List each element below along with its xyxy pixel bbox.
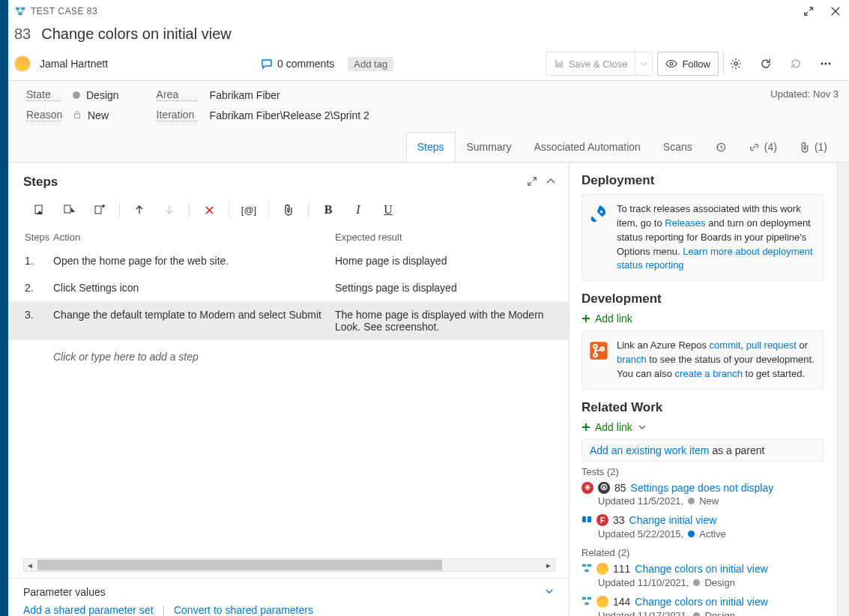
accent-bar — [0, 0, 8, 616]
parameter-values-header[interactable]: Parameter values — [8, 578, 569, 601]
svg-rect-0 — [16, 7, 19, 10]
add-shared-param-link[interactable]: Add a shared parameter set — [23, 604, 154, 616]
add-step-placeholder[interactable]: Click or type here to add a step — [8, 340, 569, 370]
svg-rect-19 — [587, 516, 591, 522]
refresh-icon[interactable] — [753, 52, 779, 76]
deployment-info: To track releases associated with this w… — [581, 194, 824, 281]
add-tag-button[interactable]: Add tag — [348, 57, 393, 71]
more-icon[interactable] — [813, 52, 839, 76]
field-iteration[interactable]: Iteration Fabrikam Fiber\Release 2\Sprin… — [157, 109, 369, 121]
svg-rect-21 — [587, 564, 591, 567]
svg-point-4 — [734, 62, 737, 65]
follow-button[interactable]: Follow — [657, 52, 719, 76]
svg-rect-2 — [18, 13, 22, 16]
svg-rect-12 — [95, 206, 101, 214]
undo-icon[interactable] — [783, 52, 809, 76]
releases-link[interactable]: Releases — [665, 217, 705, 229]
tab-steps[interactable]: Steps — [406, 132, 456, 162]
scrollbar-thumb[interactable] — [37, 560, 442, 570]
close-icon[interactable] — [822, 0, 849, 22]
deployment-title: Deployment — [581, 173, 824, 188]
create-branch-link[interactable]: create a branch — [675, 368, 743, 379]
related-header: Related (2) — [581, 547, 824, 558]
state-dot-icon — [688, 531, 695, 537]
gear-icon[interactable] — [723, 52, 749, 76]
tab-scans[interactable]: Scans — [652, 132, 704, 162]
svg-rect-24 — [587, 597, 591, 600]
vertical-scrollbar[interactable] — [837, 163, 849, 616]
dev-add-link[interactable]: Add link — [581, 312, 824, 324]
convert-shared-param-link[interactable]: Convert to shared parameters — [174, 604, 313, 616]
bold-icon[interactable]: B — [313, 199, 343, 221]
field-area[interactable]: Area Fabrikam Fiber — [157, 88, 369, 101]
svg-point-13 — [600, 211, 603, 214]
save-close-chevron — [635, 52, 653, 76]
branch-link[interactable]: branch — [617, 354, 647, 365]
updated-label: Updated: Nov 3 — [770, 88, 839, 121]
step-row[interactable]: 1. Open the home page for the web site. … — [8, 247, 569, 274]
comments-button[interactable]: 0 comments — [261, 58, 334, 70]
move-up-icon[interactable] — [124, 199, 154, 221]
related-item-row[interactable]: 144 Change colors on initial view — [581, 594, 824, 610]
horizontal-scrollbar[interactable]: ◄ ► — [23, 558, 555, 572]
avatar[interactable] — [14, 55, 31, 72]
avatar-icon — [596, 596, 608, 608]
assignee-name[interactable]: Jamal Hartnett — [40, 58, 108, 70]
lock-icon — [73, 109, 82, 121]
step-row[interactable]: 3. Change the default template to Modern… — [8, 301, 569, 340]
insert-shared-icon[interactable] — [55, 199, 85, 221]
development-info: Link an Azure Repos commit, pull request… — [581, 330, 824, 390]
related-meta: Updated 11/17/2021, Design — [581, 610, 824, 616]
work-item-title[interactable]: Change colors on initial view — [41, 25, 231, 43]
test-case-icon — [14, 5, 26, 17]
collapse-icon[interactable] — [546, 176, 555, 189]
tab-history[interactable] — [704, 132, 737, 162]
expand-icon[interactable] — [527, 176, 537, 189]
state-dot-icon — [688, 498, 695, 504]
field-reason[interactable]: Reason New — [26, 109, 119, 121]
attach-icon[interactable] — [274, 199, 303, 221]
steps-toolbar: [@] B I U — [8, 196, 569, 227]
title-bar: TEST CASE 83 — [8, 0, 849, 22]
avatar-icon — [596, 563, 608, 575]
comments-count: 0 comments — [277, 58, 334, 70]
status-icon: F — [596, 514, 608, 526]
svg-rect-20 — [582, 564, 586, 567]
maximize-icon[interactable] — [795, 0, 822, 22]
related-meta: Updated 5/22/2015, Active — [581, 528, 824, 540]
related-test-row[interactable]: F 33 Change initial view — [581, 513, 824, 528]
shared-steps-icon — [581, 514, 592, 527]
steps-grid-header: Steps Action Expected result — [8, 227, 569, 247]
add-existing-parent[interactable]: Add an existing work item as a parent — [581, 439, 824, 462]
delete-step-icon[interactable] — [194, 199, 224, 221]
related-work-title: Related Work — [581, 400, 824, 415]
svg-point-7 — [829, 63, 831, 65]
tab-automation[interactable]: Associated Automation — [522, 132, 651, 162]
svg-rect-11 — [64, 205, 70, 213]
mention-icon[interactable]: [@] — [234, 199, 264, 221]
insert-step-icon[interactable] — [25, 199, 55, 221]
step-row[interactable]: 2. Click Settings icon Settings page is … — [8, 274, 569, 301]
svg-rect-22 — [584, 570, 588, 573]
field-state[interactable]: State Design — [26, 88, 119, 101]
tab-attachments[interactable]: (1) — [788, 132, 839, 162]
underline-icon[interactable]: U — [373, 199, 403, 221]
tab-links[interactable]: (4) — [737, 132, 788, 162]
chevron-down-icon[interactable] — [545, 586, 554, 598]
test-case-icon — [581, 596, 592, 609]
state-dot-icon — [73, 91, 80, 99]
steps-title: Steps — [23, 175, 58, 190]
related-item-row[interactable]: 111 Change colors on initial view — [581, 561, 824, 577]
svg-point-6 — [825, 63, 827, 65]
svg-rect-25 — [584, 603, 588, 606]
pull-request-link[interactable]: pull request — [746, 339, 797, 351]
create-shared-icon[interactable] — [85, 199, 115, 221]
related-add-link[interactable]: Add link — [581, 421, 824, 433]
svg-rect-8 — [75, 114, 80, 118]
related-test-row[interactable]: ✳ ⦿ 85 Settings page does not display — [581, 480, 824, 495]
side-pane: Deployment To track releases associated … — [569, 163, 837, 616]
italic-icon[interactable]: I — [343, 199, 373, 221]
commit-link[interactable]: commit — [710, 339, 741, 351]
tab-summary[interactable]: Summary — [456, 132, 523, 162]
tests-header: Tests (2) — [581, 466, 824, 477]
